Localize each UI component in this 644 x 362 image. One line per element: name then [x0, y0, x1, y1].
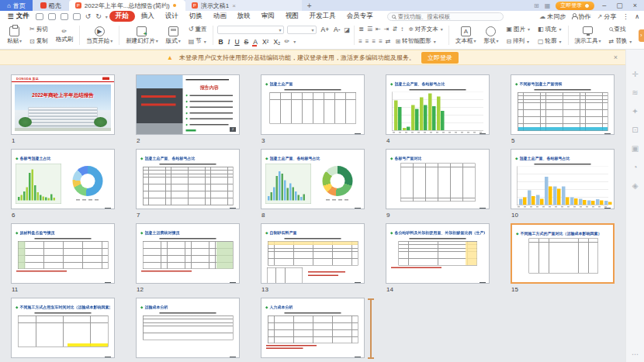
bold-button[interactable]: B	[217, 38, 223, 46]
arrange-button[interactable]: ⊟排列▾	[504, 37, 531, 45]
smart-graphic-button[interactable]: ⊞转智能图形▾	[394, 37, 438, 45]
new-slide-button[interactable]: 新建幻灯片▾	[122, 23, 162, 47]
text-box-button[interactable]: 文本框▾	[452, 23, 480, 47]
fill-button[interactable]: ◧填充▾	[536, 26, 563, 33]
save-icon[interactable]	[36, 13, 43, 20]
tab-devtools[interactable]: 开发工具	[305, 11, 341, 22]
distribute-icon[interactable]: ⇄	[386, 38, 391, 45]
cut-button[interactable]: ✂剪切	[28, 26, 50, 33]
font-size-select[interactable]: ▾	[287, 26, 317, 34]
text-direction-icon[interactable]: ⇵	[392, 26, 397, 33]
rail-settings-icon[interactable]: ≋	[632, 88, 638, 97]
align-center-icon[interactable]: ≡	[365, 38, 369, 45]
slide-thumbnail-13[interactable]: ◆自制砂石料产量13	[261, 223, 365, 284]
new-tab-button[interactable]: +	[302, 0, 317, 11]
highlight-icon[interactable]: ✏	[284, 38, 289, 45]
section-button[interactable]: ▤节▾	[187, 37, 209, 45]
tab-review[interactable]: 审阅	[257, 11, 279, 22]
tab-view[interactable]: 视图	[281, 11, 303, 22]
slide-thumbnail-15[interactable]: ◆不同施工方式的产量对比（运输成本影响因素）15	[511, 223, 615, 284]
font-color-button[interactable]: A	[252, 38, 258, 46]
rail-image-icon[interactable]: ▣	[632, 144, 639, 153]
tab-insert[interactable]: 插入	[137, 11, 159, 22]
tab-document-1[interactable]: P 2022年上半年...总结报告(简约)	[69, 0, 185, 11]
tab-document-2[interactable]: P 演示文稿1 ×	[185, 0, 302, 11]
tab-home[interactable]: ⌂ 首页	[0, 0, 33, 11]
minimize-button[interactable]: –	[600, 2, 608, 9]
slide-thumbnail-16[interactable]: ◆不同施工方式占用泵车时间对比（运输成本影响因素）16	[11, 298, 115, 358]
outline-button[interactable]: ▢轮廓▾	[536, 37, 563, 45]
italic-button[interactable]: I	[227, 38, 231, 46]
slide-thumbnail-7[interactable]: ◆混凝土总产量、各站标号占比7	[136, 149, 240, 209]
find-button[interactable]: 查找	[608, 26, 634, 33]
print-preview-icon[interactable]	[73, 13, 81, 20]
reset-button[interactable]: ↺重置	[187, 26, 209, 33]
decrease-indent-icon[interactable]: ⇤	[376, 26, 381, 33]
grid-view-icon[interactable]: ▦	[545, 2, 551, 9]
rail-beautify-icon[interactable]: ✦	[632, 107, 638, 115]
redo-icon[interactable]: ↻	[94, 12, 103, 20]
slide-thumbnail-2[interactable]: 报告内容◆◆◆◆◆◆2	[136, 74, 240, 135]
rail-share-icon[interactable]: ✛	[632, 70, 638, 78]
search-input[interactable]	[398, 13, 491, 20]
font-family-select[interactable]: ▾	[217, 26, 284, 34]
slide-thumbnail-4[interactable]: ◆混凝土总产量、各站标号占比4	[386, 74, 490, 135]
slide-thumbnail-18[interactable]: ◆人力成本分析18	[261, 298, 365, 358]
subscript-button[interactable]: X₂	[272, 38, 281, 46]
align-right-icon[interactable]: ≡	[372, 38, 376, 45]
replace-button[interactable]: ⇄替换▾	[608, 37, 634, 45]
maximize-button[interactable]: ▢	[614, 2, 625, 9]
export-icon[interactable]	[48, 13, 56, 20]
print-icon[interactable]	[61, 13, 68, 20]
paste-button[interactable]: 粘贴▾	[3, 23, 26, 47]
close-button[interactable]: ×	[631, 2, 639, 9]
tab-transition[interactable]: 切换	[185, 11, 207, 22]
decrease-font-button[interactable]: A-	[333, 26, 341, 33]
split-window-icon[interactable]: ⊞	[534, 2, 539, 9]
collapse-ribbon-icon[interactable]: ∧	[635, 13, 639, 20]
share-button[interactable]: ↗分享	[597, 12, 616, 21]
tab-member[interactable]: 会员专享	[342, 11, 378, 22]
undo-icon[interactable]: ↺	[84, 12, 93, 20]
play-from-current-button[interactable]: ▶ 当页开始▾	[82, 23, 116, 47]
file-menu[interactable]: ☰ 文件	[5, 12, 33, 21]
close-notice-icon[interactable]: ×	[614, 53, 618, 61]
slide-thumbnail-11[interactable]: ◆原材料盘点盈亏情况11	[11, 223, 115, 284]
rail-badge-icon[interactable]: ◈	[632, 181, 639, 190]
align-left-icon[interactable]: ≡	[358, 38, 362, 45]
slide-thumbnail-3[interactable]: ◆混凝土总产量3	[261, 74, 365, 135]
tab-home-ribbon[interactable]: 开始	[109, 11, 135, 22]
underline-button[interactable]: U	[234, 38, 240, 46]
slide-thumbnail-10[interactable]: ◆混凝土总产量、各站标号占比10	[511, 149, 615, 209]
login-pill-button[interactable]: 立即登录	[556, 2, 594, 10]
align-text-button[interactable]: ≑对齐文本▾	[407, 26, 445, 33]
sync-status[interactable]: ☁未同步	[539, 12, 566, 21]
format-painter-button[interactable]: ✏ 格式刷	[52, 23, 78, 47]
slide-thumbnail-14[interactable]: ◆各分站砂料及外加剂使用量、外加剂掺量比例（生产成本分析）14	[386, 223, 490, 284]
search-box[interactable]	[387, 12, 504, 21]
bullet-list-icon[interactable]: ≣	[358, 26, 364, 33]
tab-slideshow[interactable]: 放映	[233, 11, 255, 22]
tab-animation[interactable]: 动画	[209, 11, 231, 22]
rail-more-icon[interactable]: ⋯	[626, 350, 644, 358]
presentation-tools-button[interactable]: 演示工具▾	[571, 23, 605, 47]
slide-thumbnail-12[interactable]: ◆混凝土运费核对情况12	[136, 223, 240, 284]
numbered-list-icon[interactable]: ☰	[367, 26, 372, 33]
superscript-button[interactable]: X²	[261, 38, 270, 46]
strikethrough-button[interactable]: S	[244, 38, 250, 46]
slide-thumbnail-9[interactable]: ◆各标号产量对比9	[386, 149, 490, 209]
justify-icon[interactable]: ≡	[379, 38, 383, 45]
line-spacing-icon[interactable]: ↕	[400, 26, 403, 33]
insert-position-indicator[interactable]	[370, 299, 372, 358]
slide-thumbnail-5[interactable]: ◆不同标号混凝土产量明细5	[511, 74, 615, 135]
expand-panel-flag[interactable]: ›	[639, 29, 644, 42]
more-options-icon[interactable]: ⋮	[622, 13, 628, 20]
increase-indent-icon[interactable]: ⇥	[384, 26, 390, 33]
tab-design[interactable]: 设计	[161, 11, 183, 22]
increase-font-button[interactable]: A+	[320, 26, 330, 33]
chevron-down-icon[interactable]: ▾	[106, 14, 108, 19]
close-tab-icon[interactable]: ×	[232, 2, 236, 9]
shapes-button[interactable]: 形状▾	[480, 23, 502, 47]
layout-button[interactable]: 版式▾	[162, 23, 185, 47]
rail-layers-icon[interactable]: ⊡	[632, 126, 638, 134]
